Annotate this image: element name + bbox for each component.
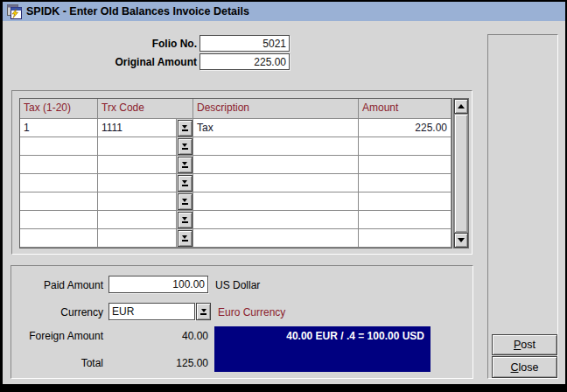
- foreign-amount-value: 40.00: [121, 328, 208, 344]
- grid-cell-amount[interactable]: 225.00: [359, 119, 452, 137]
- paid-currency-text: US Dollar: [215, 277, 260, 293]
- grid-cell-trx-code[interactable]: [98, 211, 177, 229]
- title-bar[interactable]: SPIDK - Enter Old Balances Invoice Detai…: [3, 2, 565, 21]
- grid-header-amount: Amount: [359, 99, 452, 119]
- grid-cell-description[interactable]: [193, 211, 359, 229]
- currency-input[interactable]: [108, 303, 195, 320]
- grid-cell-trx-code[interactable]: [98, 192, 177, 211]
- grid-cell-amount[interactable]: [359, 229, 452, 248]
- dropdown-arrow-icon: [200, 309, 206, 315]
- original-amount-input[interactable]: [200, 53, 290, 70]
- total-label: Total: [16, 355, 103, 371]
- trx-code-dropdown-button[interactable]: [178, 212, 192, 228]
- dropdown-arrow-icon: [182, 125, 188, 131]
- grid-cell-description[interactable]: Tax: [193, 119, 359, 137]
- grid-cell-amount[interactable]: [359, 156, 452, 174]
- original-amount-label: Original Amount: [66, 54, 197, 70]
- grid-cell-amount[interactable]: [359, 211, 452, 229]
- grid-cell-trx-code[interactable]: 1111: [98, 119, 177, 137]
- action-panel: [487, 34, 558, 379]
- dropdown-arrow-icon: [182, 162, 188, 168]
- post-button[interactable]: Post: [492, 334, 557, 355]
- grid-header-trx-code: Trx Code: [98, 99, 193, 119]
- currency-description: Euro Currency: [218, 304, 285, 320]
- dropdown-arrow-icon: [182, 144, 188, 150]
- close-button[interactable]: Close: [492, 356, 557, 378]
- grid-cell-amount[interactable]: [359, 174, 452, 192]
- grid-cell-trx-code[interactable]: [98, 229, 177, 248]
- scrollbar-thumb[interactable]: [454, 114, 468, 233]
- trx-code-dropdown-button[interactable]: [178, 230, 192, 247]
- grid-cell-trx-code[interactable]: [98, 137, 177, 156]
- grid-cell-description[interactable]: [193, 229, 359, 248]
- grid-cell-description[interactable]: [193, 156, 359, 174]
- paid-amount-input[interactable]: [108, 276, 208, 293]
- folio-input[interactable]: [200, 35, 290, 52]
- grid-cell-amount[interactable]: [359, 192, 452, 211]
- total-value: 125.00: [121, 355, 208, 371]
- paid-amount-label: Paid Amount: [16, 277, 103, 293]
- grid-cell-trx-lov: [177, 119, 193, 137]
- grid-cell-tax[interactable]: 1: [20, 119, 98, 137]
- scroll-up-button[interactable]: [454, 99, 468, 114]
- scroll-down-button[interactable]: [454, 233, 468, 248]
- invoice-details-dialog: SPIDK - Enter Old Balances Invoice Detai…: [0, 0, 567, 392]
- trx-code-dropdown-button[interactable]: [178, 157, 192, 173]
- tax-grid: Tax (1-20) Trx Code Description Amount 1…: [19, 98, 452, 248]
- currency-label: Currency: [16, 304, 103, 320]
- currency-dropdown-button[interactable]: [196, 303, 211, 320]
- grid-header-description: Description: [193, 99, 359, 119]
- foreign-amount-label: Foreign Amount: [16, 328, 103, 344]
- grid-cell-tax[interactable]: [20, 174, 98, 192]
- grid-header-tax: Tax (1-20): [20, 99, 98, 119]
- window-title: SPIDK - Enter Old Balances Invoice Detai…: [26, 5, 249, 18]
- grid-cell-tax[interactable]: [20, 192, 98, 211]
- grid-cell-trx-code[interactable]: [98, 156, 177, 174]
- folio-label: Folio No.: [66, 36, 197, 52]
- arrow-down-icon: [458, 238, 465, 242]
- grid-cell-tax[interactable]: [20, 229, 98, 248]
- arrow-up-icon: [458, 104, 465, 108]
- grid-cell-description[interactable]: [193, 174, 359, 192]
- trx-code-dropdown-button[interactable]: [178, 175, 192, 192]
- grid-cell-trx-lov: [177, 192, 193, 211]
- trx-code-dropdown-button[interactable]: [178, 120, 192, 136]
- grid-scrollbar[interactable]: [453, 98, 469, 248]
- grid-cell-description[interactable]: [193, 137, 359, 156]
- dropdown-arrow-icon: [182, 180, 188, 186]
- forms-window-lightning-icon: [7, 4, 22, 19]
- grid-cell-description[interactable]: [193, 192, 359, 211]
- grid-cell-trx-lov: [177, 156, 193, 174]
- grid-cell-trx-lov: [177, 137, 193, 156]
- dropdown-arrow-icon: [182, 199, 188, 205]
- dropdown-arrow-icon: [182, 235, 188, 242]
- trx-code-dropdown-button[interactable]: [178, 193, 192, 210]
- grid-cell-trx-lov: [177, 229, 193, 248]
- grid-cell-trx-code[interactable]: [98, 174, 177, 192]
- grid-cell-tax[interactable]: [20, 137, 98, 156]
- dropdown-arrow-icon: [182, 217, 188, 223]
- trx-code-dropdown-button[interactable]: [178, 138, 192, 155]
- close-button-label: C: [511, 361, 519, 374]
- grid-cell-tax[interactable]: [20, 156, 98, 174]
- grid-cell-tax[interactable]: [20, 211, 98, 229]
- conversion-info-box: 40.00 EUR / .4 = 100.00 USD: [214, 326, 430, 372]
- grid-cell-trx-lov: [177, 174, 193, 192]
- grid-cell-trx-lov: [177, 211, 193, 229]
- grid-cell-amount[interactable]: [359, 137, 452, 156]
